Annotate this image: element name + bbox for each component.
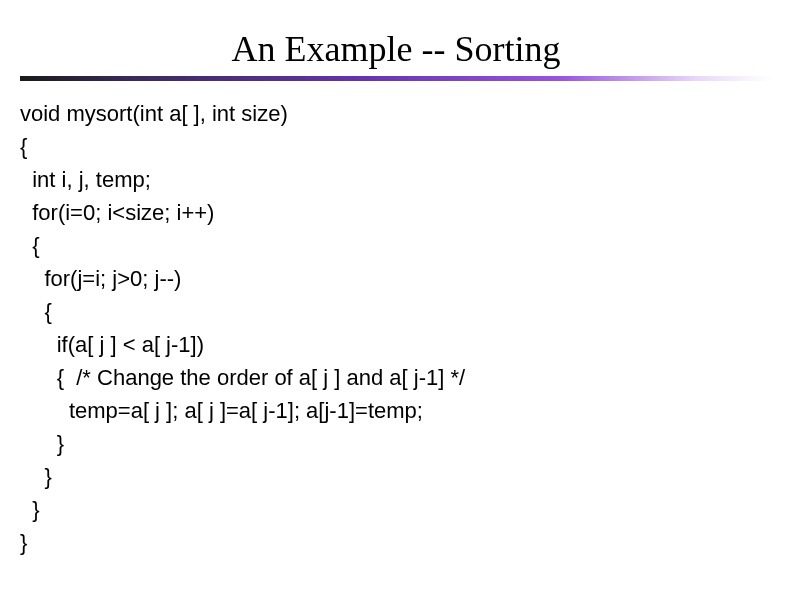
- title-underline: [20, 76, 772, 81]
- slide-container: An Example -- Sorting void mysort(int a[…: [0, 0, 792, 612]
- slide-title: An Example -- Sorting: [20, 28, 772, 70]
- code-block: void mysort(int a[ ], int size) { int i,…: [20, 97, 772, 559]
